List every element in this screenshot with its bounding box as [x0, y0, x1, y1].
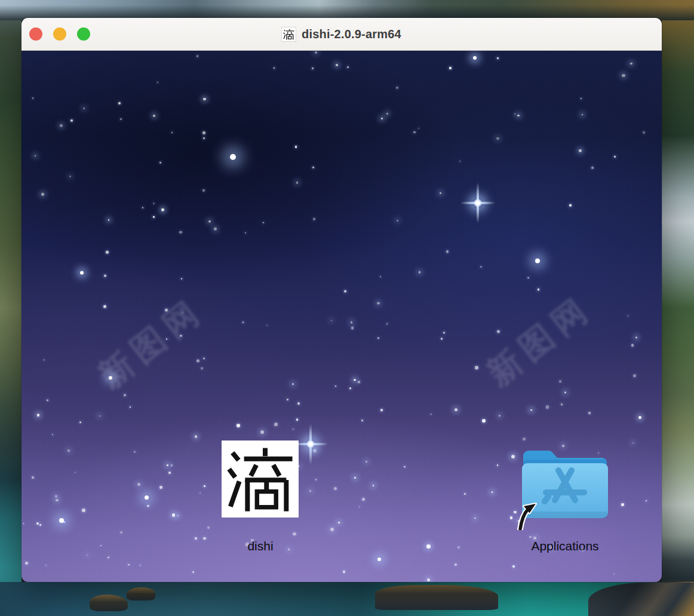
ocean-rock [90, 595, 128, 611]
traffic-light-buttons [29, 18, 90, 50]
ocean-rock [375, 585, 498, 610]
ocean-rock [127, 587, 155, 600]
zoom-button[interactable] [77, 27, 90, 41]
watermark: 新图网 [90, 288, 214, 398]
minimize-button[interactable] [53, 27, 66, 41]
dmg-content-area: 新图网 新图网 dishi [22, 51, 662, 582]
dishi-app-label: dishi [213, 539, 308, 553]
wallpaper-hills-right [662, 0, 694, 616]
wallpaper-ocean-bottom [0, 582, 694, 616]
window-title-text: dishi-2.0.9-arm64 [302, 27, 401, 41]
screen: dishi-2.0.9-arm64 新图网 新图网 dishi [0, 0, 694, 616]
dishi-app-icon[interactable] [222, 441, 299, 518]
coast-cliff [588, 583, 694, 616]
dmg-window: dishi-2.0.9-arm64 新图网 新图网 dishi [22, 18, 662, 582]
mouse-cursor-icon [517, 503, 538, 530]
applications-label: Applications [517, 539, 613, 553]
window-titlebar[interactable]: dishi-2.0.9-arm64 [22, 18, 662, 51]
wallpaper-mountains-top [0, 0, 694, 20]
volume-glyph-icon [282, 27, 296, 41]
wallpaper-hills-left [0, 0, 22, 616]
close-button[interactable] [29, 27, 42, 41]
window-title: dishi-2.0.9-arm64 [22, 27, 662, 41]
watermark: 新图网 [478, 285, 602, 396]
